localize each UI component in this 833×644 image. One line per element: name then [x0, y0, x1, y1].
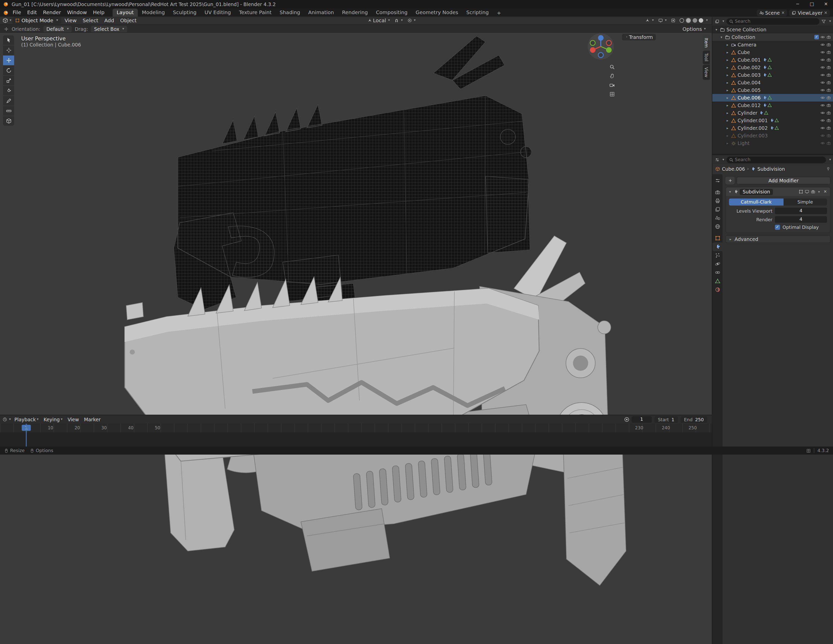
- orientation-select[interactable]: Default▾: [43, 26, 72, 32]
- hide-in-viewport-toggle-icon[interactable]: [820, 35, 825, 39]
- camera-view-icon[interactable]: [608, 81, 616, 89]
- add-workspace-button[interactable]: +: [494, 10, 504, 15]
- timeline-menu[interactable]: View▾: [65, 417, 82, 422]
- gizmos-dropdown[interactable]: ▾: [643, 18, 656, 23]
- props-tab-object-data[interactable]: [712, 277, 722, 285]
- cursor-3d-tool-button[interactable]: [3, 45, 14, 55]
- outliner-search-input[interactable]: [735, 19, 817, 24]
- tweak-select-tool-button[interactable]: [3, 35, 14, 45]
- optimal-display-checkbox[interactable]: ✓: [775, 225, 780, 230]
- disclosure-arrow-icon[interactable]: ▸: [725, 96, 730, 100]
- outliner-row[interactable]: ▸ Cylinder.001 ✓: [712, 117, 833, 124]
- props-tab-render[interactable]: [712, 188, 722, 196]
- topbar-menu[interactable]: Window: [64, 9, 90, 17]
- viewport-menu[interactable]: Add: [101, 18, 117, 23]
- outliner-row[interactable]: ▸ Cube.006 ✓: [712, 94, 833, 101]
- npanel-transform-header[interactable]: › Transform: [622, 34, 656, 40]
- outliner-row[interactable]: ▸ Cylinder ✓: [712, 109, 833, 117]
- props-tab-world[interactable]: [712, 222, 722, 231]
- props-tab-tool[interactable]: [712, 176, 722, 185]
- extras-menu-icon[interactable]: ▾: [817, 190, 821, 194]
- workspace-tab[interactable]: Compositing: [372, 9, 412, 17]
- topbar-menu[interactable]: Help: [90, 9, 108, 17]
- workspace-tab[interactable]: Animation: [304, 9, 338, 17]
- workspace-tab[interactable]: Shading: [276, 9, 304, 17]
- props-tab-view-layer[interactable]: [712, 205, 722, 214]
- catmull-clark-button[interactable]: Catmull-Clark: [729, 198, 783, 206]
- props-tab-material[interactable]: [712, 285, 722, 294]
- advanced-section-header[interactable]: ▸ Advanced: [725, 235, 830, 243]
- hide-in-viewport-toggle-icon[interactable]: [820, 50, 825, 55]
- topbar-menu[interactable]: File: [10, 9, 24, 17]
- timeline-ruler[interactable]: 10 20 30 40 50 230 240 250 1: [0, 424, 712, 432]
- material-shading-button[interactable]: [693, 18, 698, 23]
- topbar-menu[interactable]: Edit: [24, 9, 40, 17]
- minimize-button[interactable]: ─: [791, 0, 805, 9]
- outliner-row[interactable]: ▸ Cube ✓: [712, 48, 833, 56]
- tool-options-dropdown[interactable]: Options▾: [680, 26, 708, 32]
- add-icon[interactable]: [725, 177, 735, 184]
- disclosure-arrow-icon[interactable]: ▸: [725, 88, 730, 92]
- disable-in-renders-toggle-icon[interactable]: [827, 50, 831, 55]
- workspace-tab[interactable]: Layout: [113, 9, 138, 17]
- render-levels-field[interactable]: 4: [775, 216, 827, 223]
- levels-viewport-field[interactable]: 4: [775, 208, 827, 214]
- transform-orientation-dropdown[interactable]: Local▾: [365, 18, 392, 23]
- toggle-ortho-icon[interactable]: [608, 90, 616, 98]
- delete-modifier-icon[interactable]: ✕: [823, 189, 828, 194]
- outliner-row[interactable]: ▸ Cube.012 ✓: [712, 101, 833, 109]
- disclosure-arrow-icon[interactable]: ▸: [725, 111, 730, 115]
- wireframe-shading-button[interactable]: [680, 18, 684, 23]
- hide-in-viewport-toggle-icon[interactable]: [820, 58, 825, 62]
- props-tab-physics[interactable]: [712, 259, 722, 268]
- outliner-row[interactable]: ▾ Scene Collection ✓: [712, 26, 833, 33]
- props-tab-particles[interactable]: [712, 251, 722, 259]
- disclosure-arrow-icon[interactable]: ▾: [714, 27, 719, 32]
- hide-in-viewport-toggle-icon[interactable]: [820, 126, 825, 130]
- disclosure-arrow-icon[interactable]: ▸: [725, 134, 730, 138]
- outliner-row[interactable]: ▸ Cylinder.003 ✓: [712, 132, 833, 139]
- disable-in-renders-toggle-icon[interactable]: [827, 141, 831, 145]
- outliner-editor-type-icon[interactable]: [715, 19, 719, 24]
- props-tab-output[interactable]: [712, 196, 722, 205]
- disable-in-renders-toggle-icon[interactable]: [827, 118, 831, 123]
- hide-in-viewport-toggle-icon[interactable]: [820, 65, 825, 70]
- unlink-scene-icon[interactable]: ✕: [781, 10, 785, 15]
- disclosure-arrow-icon[interactable]: ▸: [725, 58, 730, 62]
- viewport-menu[interactable]: Select: [80, 18, 101, 23]
- props-tab-modifiers[interactable]: [712, 242, 722, 251]
- disclosure-arrow-icon[interactable]: ▸: [725, 50, 730, 54]
- outliner-row[interactable]: ▸ Cylinder.002 ✓: [712, 124, 833, 132]
- timeline-menu[interactable]: Playback▾: [12, 417, 41, 422]
- annotate-tool-button[interactable]: [3, 96, 14, 106]
- disable-in-renders-toggle-icon[interactable]: [827, 73, 831, 77]
- breadcrumb-modifier[interactable]: Subdivision: [757, 166, 785, 171]
- rotate-tool-button[interactable]: [3, 66, 14, 75]
- outliner-row[interactable]: ▸ Cube.002 ✓: [712, 64, 833, 71]
- hide-in-viewport-toggle-icon[interactable]: [820, 118, 825, 123]
- outliner-row[interactable]: ▸ Camera ✓: [712, 41, 833, 48]
- tab-item[interactable]: Item: [703, 35, 710, 50]
- disclosure-arrow-icon[interactable]: ▾: [719, 35, 724, 39]
- zoom-icon[interactable]: [608, 63, 616, 71]
- add-cube-tool-button[interactable]: [3, 116, 14, 126]
- tab-view[interactable]: View: [703, 64, 710, 80]
- pan-hand-icon[interactable]: [608, 72, 616, 80]
- disable-in-renders-toggle-icon[interactable]: [827, 103, 831, 108]
- hide-in-viewport-toggle-icon[interactable]: [820, 103, 825, 108]
- solid-shading-button[interactable]: [686, 18, 691, 23]
- timeline-editor-type-icon[interactable]: [3, 417, 7, 422]
- outliner-row[interactable]: ▸ Cube.003 ✓: [712, 71, 833, 79]
- outliner-search[interactable]: [726, 18, 820, 24]
- disclosure-arrow-icon[interactable]: ▸: [725, 118, 730, 122]
- disable-in-renders-toggle-icon[interactable]: [827, 65, 831, 70]
- disable-in-renders-toggle-icon[interactable]: [827, 134, 831, 138]
- hide-in-viewport-toggle-icon[interactable]: [820, 42, 825, 47]
- rendered-shading-button[interactable]: [699, 18, 703, 23]
- timeline-menu[interactable]: Keying▾: [41, 417, 65, 422]
- workspace-tab[interactable]: Scripting: [462, 9, 493, 17]
- outliner-row[interactable]: ▸ Cube.005 ✓: [712, 86, 833, 94]
- modifier-panel-header[interactable]: ▾ Subdivision ▾ ✕: [726, 187, 830, 196]
- outliner-row[interactable]: ▸ Cube.004 ✓: [712, 79, 833, 86]
- viewport-menu[interactable]: View: [61, 18, 79, 23]
